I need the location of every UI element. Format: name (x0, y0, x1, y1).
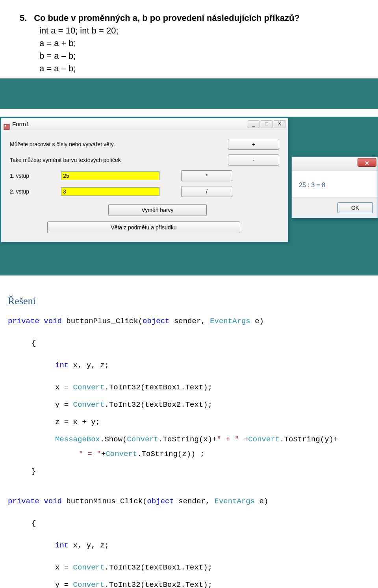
messagebox-titlebar (292, 157, 378, 171)
swap-colors-button[interactable]: Vyměň barvy (108, 204, 207, 216)
code-line: int a = 10; int b = 20; (39, 24, 358, 37)
question-text: Co bude v proměnných a, b po provedení n… (34, 13, 300, 23)
question-number: 5. (20, 12, 32, 24)
window-title: Form1 (12, 120, 29, 128)
code-line: a = a + b; (39, 37, 358, 50)
vstup2-input[interactable] (61, 187, 159, 196)
code-line: MessageBox.Show(Convert.ToString(x)+" + … (55, 432, 362, 447)
plus-button[interactable]: + (228, 139, 279, 150)
close-button[interactable]: X (274, 120, 285, 128)
screenshot-region: Form1 _ □ X Můžete pracovat s čísly nebo… (0, 78, 378, 275)
sentence-button[interactable]: Věta z podmětu a přísudku (47, 221, 240, 233)
minimize-button[interactable]: _ (248, 120, 259, 128)
vstup1-input[interactable] (61, 171, 159, 180)
code-line: b = a – b; (39, 50, 358, 62)
code-line: y = Convert.ToInt32(textBox2.Text); (55, 578, 362, 588)
divide-button[interactable]: / (181, 186, 232, 197)
code-line: private void buttonPlus_Click(object sen… (8, 314, 362, 328)
minus-button[interactable]: - (228, 154, 279, 166)
messagebox-close-button[interactable] (358, 158, 376, 167)
svg-rect-1 (5, 125, 6, 127)
code-line: { (32, 336, 362, 350)
close-icon (365, 156, 369, 169)
code-line: private void buttonMinus_Click(object se… (8, 494, 362, 508)
code-line: } (32, 464, 362, 478)
form1-window: Form1 _ □ X Můžete pracovat s čísly nebo… (1, 118, 288, 242)
code-line: int x, y, z; (55, 538, 362, 553)
code-line: a = a – b; (39, 62, 358, 75)
label-info1: Můžete pracovat s čísly nebo vytvářet vě… (10, 140, 206, 148)
document-question: 5. Co bude v proměnných a, b po proveden… (0, 0, 378, 78)
solution-heading: Řešení (8, 291, 362, 311)
code-line: int x, y, z; (55, 358, 362, 372)
code-line: y = Convert.ToInt32(textBox2.Text); (55, 398, 362, 412)
messagebox-window: 25 : 3 = 8 OK (291, 156, 378, 218)
maximize-button[interactable]: □ (261, 120, 272, 128)
code-line: z = x + y; (55, 415, 362, 429)
code-line: x = Convert.ToInt32(textBox1.Text); (55, 380, 362, 394)
white-strip (0, 109, 378, 117)
times-button[interactable]: * (181, 170, 232, 181)
ok-button[interactable]: OK (337, 202, 373, 213)
solution-section: Řešení private void buttonPlus_Click(obj… (0, 291, 378, 588)
code-line: " = "+Convert.ToString(z)) ; (79, 447, 362, 461)
label-info2: Také můžete vyměnit barvu textových polí… (10, 156, 206, 164)
code-line: { (32, 516, 362, 530)
vstup1-label: 1. vstup (10, 172, 61, 180)
messagebox-text: 25 : 3 = 8 (292, 171, 378, 197)
titlebar: Form1 _ □ X (1, 118, 288, 130)
vstup2-label: 2. vstup (10, 188, 61, 195)
app-icon (4, 121, 10, 127)
code-line: x = Convert.ToInt32(textBox1.Text); (55, 560, 362, 575)
